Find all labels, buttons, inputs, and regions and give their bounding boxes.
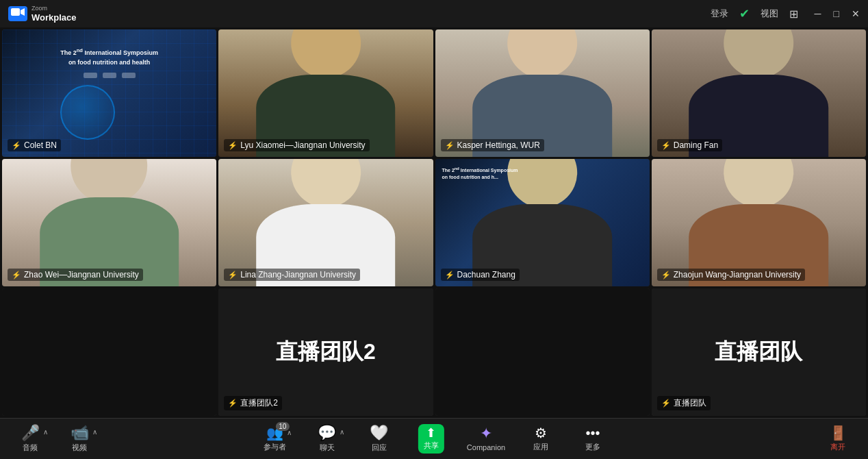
chat-chevron-icon: ∧ [340,428,344,436]
participant-label-lina: ⚡ Lina Zhang-Jiangnan University [224,269,360,281]
share-button[interactable]: ⬆ 共享 [415,424,448,454]
participant-name-colet: Colet BN [24,140,57,150]
participants-button[interactable]: 👥 10 ∧ 参与者 [259,426,292,452]
video-cell-colet: The 2nd International Symposiumon food n… [2,29,216,157]
participant-name-lina: Lina Zhang-Jiangnan University [240,270,356,280]
mute-icon-lyu: ⚡ [228,141,238,150]
audio-mute-icon: 🎤 [21,425,40,441]
broadcast2-label: 直播团队2 [276,337,376,367]
zoom-app-icon [8,6,27,21]
mute-icon-broadcast: ⚡ [661,399,671,408]
chat-button[interactable]: 💬 ∧ 聊天 [311,425,344,453]
mute-icon-dachuan: ⚡ [445,271,455,280]
zoom-app-name: Zoom Workplace [31,5,77,23]
security-shield-icon[interactable]: ✔ [739,6,750,21]
ai-companion-icon: ✦ [480,426,492,441]
maximize-button[interactable]: □ [834,8,839,19]
mute-icon-colet: ⚡ [12,141,21,150]
participant-name-zhao: Zhao Wei—Jiangnan University [24,270,139,280]
video-cell-dachuan: The 2nd International Symposiumon food n… [435,159,650,286]
window-controls: ─ □ ✕ [815,8,860,19]
participants-chevron-icon: ∧ [287,429,292,436]
video-chevron-icon: ∧ [92,428,97,436]
apps-button[interactable]: ⚙ 应用 [524,426,557,452]
share-label: 共享 [424,441,439,451]
reaction-button[interactable]: 🤍 回应 [363,425,396,453]
video-cell-zhao: ⚡ Zhao Wei—Jiangnan University [2,159,216,286]
participant-label-dachuan: ⚡ Dachuan Zhang [441,269,520,281]
participant-name-lyu: Lyu Xiaomei—Jiangnan University [240,140,365,150]
participant-name-broadcast2: 直播团队2 [240,397,278,409]
ai-companion-label: Companion [467,443,505,451]
video-cell-daming: ⚡ Daming Fan [652,29,866,157]
toolbar-left: 🎤 ∧ 音频 📹 ∧ 视频 [14,425,96,453]
participant-label-lyu: ⚡ Lyu Xiaomei—Jiangnan University [224,139,369,151]
toolbar-right: 🚪 离开 [821,426,854,452]
mute-icon-lina: ⚡ [228,271,238,280]
view-button[interactable]: 视图 [761,8,778,20]
minimize-button[interactable]: ─ [815,8,821,19]
more-label: 更多 [585,442,600,452]
apps-icon: ⚙ [535,426,547,440]
titlebar: Zoom Workplace 登录 ✔ 视图 ⊞ ─ □ ✕ [0,0,868,27]
participant-name-broadcast: 直播团队 [674,397,706,409]
toolbar: 🎤 ∧ 音频 📹 ∧ 视频 👥 10 ∧ 参与者 💬 [0,418,868,459]
video-icon: 📹 [71,425,89,441]
login-button[interactable]: 登录 [711,8,728,20]
video-cell-empty-2 [435,288,650,416]
participant-name-zhaojun: Zhaojun Wang-Jiangnan University [674,270,801,280]
ai-companion-button[interactable]: ✦ Companion [467,426,505,451]
video-cell-lyu: ⚡ Lyu Xiaomei—Jiangnan University [218,29,433,157]
participant-name-dachuan: Dachuan Zhang [457,270,515,280]
participant-name-kasper: Kasper Hettinga, WUR [457,140,540,150]
participant-label-daming: ⚡ Daming Fan [657,139,722,151]
share-icon: ⬆ [426,427,436,439]
audio-label: 音频 [23,443,38,453]
video-cell-kasper: ⚡ Kasper Hettinga, WUR [435,29,650,157]
apps-label: 应用 [533,442,548,452]
video-cell-zhaojun: ⚡ Zhaojun Wang-Jiangnan University [652,159,866,286]
grid-icon[interactable]: ⊞ [789,8,798,21]
participant-name-daming: Daming Fan [674,140,718,150]
participant-label-zhaojun: ⚡ Zhaojun Wang-Jiangnan University [657,269,805,281]
svg-marker-1 [21,8,25,16]
video-label: 视频 [72,443,87,453]
participant-label-colet: ⚡ Colet BN [8,139,61,151]
svg-rect-0 [11,8,20,16]
participant-label-broadcast2: ⚡ 直播团队2 [224,396,282,410]
chat-icon: 💬 [318,425,336,441]
titlebar-right: 登录 ✔ 视图 ⊞ ─ □ ✕ [711,6,860,21]
chat-label: 聊天 [320,443,335,453]
participants-label: 参与者 [264,442,286,452]
reaction-icon: 🤍 [370,425,388,441]
mute-icon-zhaojun: ⚡ [661,271,671,280]
titlebar-left: Zoom Workplace [8,5,77,23]
more-icon: ••• [586,426,600,440]
video-cell-broadcast2: AI Companion 直播团队2 ⚡ 直播团队2 [218,288,433,416]
video-grid: The 2nd International Symposiumon food n… [0,27,868,418]
zoom-logo: Zoom Workplace [8,5,77,23]
audio-button[interactable]: 🎤 ∧ 音频 [14,425,47,453]
mute-icon-broadcast2: ⚡ [228,399,238,408]
leave-button[interactable]: 🚪 离开 [821,426,854,452]
mute-icon-zhao: ⚡ [12,271,21,280]
more-button[interactable]: ••• 更多 [576,426,609,452]
mute-icon-kasper: ⚡ [445,141,455,150]
mute-icon-daming: ⚡ [661,141,671,150]
video-cell-broadcast: 直播团队 ⚡ 直播团队 [652,288,866,416]
video-button[interactable]: 📹 ∧ 视频 [63,425,96,453]
audio-chevron-icon: ∧ [43,428,48,436]
leave-label: 离开 [830,442,845,452]
participant-label-zhao: ⚡ Zhao Wei—Jiangnan University [8,269,143,281]
participant-label-kasper: ⚡ Kasper Hettinga, WUR [441,139,544,151]
video-cell-empty-1 [2,288,216,416]
toolbar-center: 👥 10 ∧ 参与者 💬 ∧ 聊天 🤍 回应 ⬆ [259,424,609,454]
participant-label-broadcast: ⚡ 直播团队 [657,396,711,410]
leave-icon: 🚪 [830,426,847,440]
reaction-label: 回应 [372,443,387,453]
broadcast-label: 直播团队 [715,337,802,367]
video-cell-lina: ⚡ Lina Zhang-Jiangnan University [218,159,433,286]
close-button[interactable]: ✕ [852,8,860,19]
